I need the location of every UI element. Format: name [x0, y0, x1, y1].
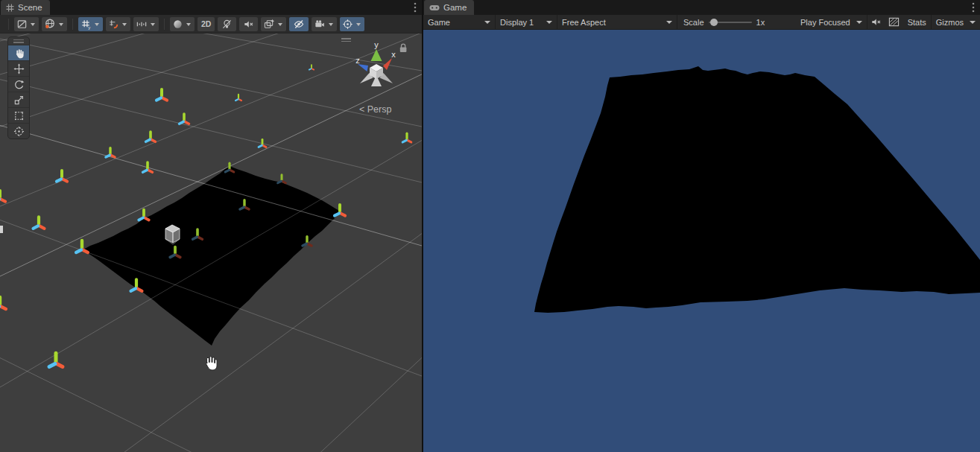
- audio-muted-icon: [870, 16, 882, 28]
- shading-mode-button[interactable]: [170, 17, 195, 31]
- scene-toolbar: y 2D: [0, 15, 422, 34]
- tool-hand[interactable]: [8, 45, 29, 60]
- camera-icon: [314, 19, 326, 30]
- kebab-icon: [414, 2, 417, 13]
- game-terrain-silhouette: [534, 66, 980, 313]
- edge-chip: [0, 226, 3, 233]
- gizmo-circle-icon: [342, 19, 353, 30]
- game-tabbar: Game: [423, 0, 980, 15]
- gizmo-y-cone[interactable]: [371, 49, 382, 61]
- aspect-label: Free Aspect: [562, 18, 606, 27]
- camera-settings-button[interactable]: [312, 17, 337, 31]
- grid-y-icon: y: [80, 19, 92, 30]
- globe-icon: [44, 18, 56, 30]
- game-toolbar: Game Display 1 Free Aspect Scale 1x: [423, 15, 980, 30]
- scene-pane-menu[interactable]: [408, 0, 422, 15]
- scale-slider[interactable]: [709, 22, 752, 23]
- tool-move[interactable]: [8, 60, 29, 76]
- scale-label: Scale: [683, 18, 704, 27]
- audio-muted-icon: [243, 19, 254, 30]
- grid-size-button[interactable]: [133, 17, 159, 31]
- gizmos-dropdown[interactable]: Gizmos: [932, 15, 980, 30]
- aspect-ratio-dropdown[interactable]: Free Aspect: [557, 15, 677, 30]
- skybox-toggle-button[interactable]: [42, 17, 67, 31]
- game-render: [423, 0, 980, 452]
- display-target-dropdown[interactable]: Game: [423, 15, 495, 30]
- toolbar-separator: [164, 19, 165, 30]
- tab-game-label: Game: [443, 3, 467, 12]
- gizmos-label: Gizmos: [936, 18, 964, 27]
- scale-icon: [13, 95, 25, 106]
- gizmo-z-cone[interactable]: [358, 64, 368, 71]
- chevron-down-icon: [484, 21, 490, 24]
- eye-hidden-icon: [293, 19, 305, 30]
- rect-tool-icon: [13, 110, 25, 121]
- chevron-down-icon: [970, 21, 976, 24]
- ruler-icon: [136, 19, 148, 30]
- svg-text:y: y: [88, 25, 91, 30]
- game-toolbar-right: Play Focused Stats: [796, 15, 980, 30]
- audio-toggle-button[interactable]: [239, 17, 258, 31]
- kebab-icon: [972, 2, 975, 13]
- scale-value: 1x: [756, 18, 765, 27]
- gamepad-icon: [429, 4, 440, 11]
- chevron-down-icon: [546, 21, 552, 24]
- vsync-toggle-button[interactable]: [885, 15, 903, 30]
- effects-icon: [263, 19, 275, 30]
- 2d-toggle-button[interactable]: 2D: [197, 17, 215, 31]
- scene-terrain-mesh[interactable]: [82, 166, 341, 346]
- gizmo-x-cone[interactable]: [383, 58, 392, 70]
- snap-grid-icon: [108, 19, 119, 30]
- snap-settings-button[interactable]: [106, 17, 130, 31]
- stats-button[interactable]: Stats: [903, 15, 931, 30]
- scale-slider-knob[interactable]: [710, 19, 718, 26]
- tool-transform[interactable]: [8, 123, 29, 139]
- display-dropdown[interactable]: Display 1: [496, 15, 557, 30]
- display-target-label: Game: [428, 18, 450, 27]
- play-focus-dropdown[interactable]: Play Focused: [796, 15, 867, 30]
- metrics-icon: [888, 16, 900, 28]
- mute-audio-button[interactable]: [867, 15, 885, 30]
- play-focus-label: Play Focused: [800, 18, 850, 27]
- hand-cursor: [202, 354, 218, 371]
- chevron-down-icon: [856, 21, 862, 24]
- grid-icon: [6, 4, 14, 12]
- toolbar-separator: [72, 19, 73, 30]
- component-tools-button[interactable]: [340, 17, 364, 31]
- game-pane-menu[interactable]: [967, 0, 980, 15]
- scene-tabbar: Scene: [0, 0, 422, 15]
- tool-rotate[interactable]: [8, 76, 29, 92]
- scene-visibility-button[interactable]: [289, 17, 309, 31]
- lock-icon[interactable]: [400, 44, 407, 52]
- tab-scene[interactable]: Scene: [1, 0, 50, 15]
- lighting-toggle-button[interactable]: [218, 17, 236, 31]
- lightbulb-off-icon: [221, 19, 233, 30]
- effects-toggle-button[interactable]: [261, 17, 286, 31]
- tool-scale[interactable]: [8, 92, 29, 107]
- game-pane: Game Game Display 1 Free Aspect: [423, 0, 980, 452]
- unity-editor-window: y x z < Persp: [0, 0, 980, 452]
- rotate-icon: [13, 79, 25, 90]
- tool-rect[interactable]: [8, 107, 29, 123]
- orientation-gizmo[interactable]: y x z: [346, 36, 420, 104]
- scene-pane: y x z < Persp: [0, 0, 422, 452]
- gizmo-x-label: x: [391, 50, 396, 59]
- gizmo-z-label: z: [355, 56, 360, 65]
- draw-mode-icon: [16, 19, 28, 30]
- grid-visibility-button[interactable]: y: [78, 17, 103, 31]
- chevron-down-icon: [666, 21, 672, 24]
- display-label: Display 1: [500, 18, 534, 27]
- transform-icon: [13, 126, 25, 137]
- palette-drag-handle[interactable]: [8, 37, 29, 45]
- hand-icon: [13, 48, 25, 59]
- shaded-sphere-icon: [172, 19, 183, 30]
- gizmo-y-label: y: [374, 40, 379, 49]
- scale-control: Scale 1x: [677, 18, 771, 27]
- view-options-button[interactable]: [14, 17, 39, 31]
- tab-game[interactable]: Game: [424, 0, 474, 15]
- projection-label[interactable]: < Persp: [359, 104, 391, 115]
- stats-label: Stats: [908, 18, 926, 27]
- tab-scene-label: Scene: [18, 3, 42, 12]
- move-icon: [13, 63, 25, 74]
- toolbar-separator: [8, 19, 9, 30]
